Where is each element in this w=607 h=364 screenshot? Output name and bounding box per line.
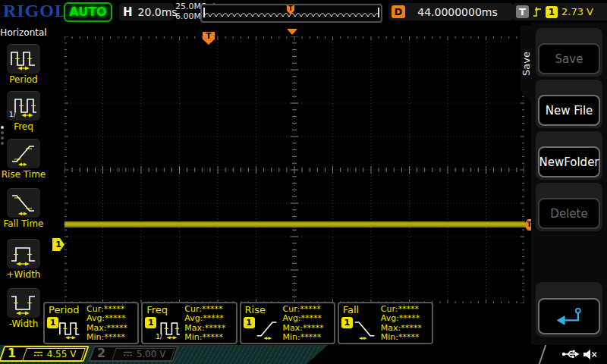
- left-menu-title: Horizontal: [0, 27, 47, 38]
- dc-coupling-icon: [123, 350, 133, 357]
- right-menu-panel: Save New File NewFolder Delete: [531, 23, 607, 345]
- minus-width-icon: [9, 291, 38, 315]
- menu-item-plus-width[interactable]: +Width: [7, 239, 40, 280]
- preview-window-left-bracket: [203, 8, 205, 17]
- trigger-center-marker[interactable]: [287, 29, 297, 35]
- trigger-readout: T 1 2.73 V: [513, 3, 607, 20]
- trigger-badge: T: [516, 5, 529, 18]
- new-file-button[interactable]: New File: [538, 95, 600, 126]
- channel-number: 2: [97, 346, 105, 360]
- trigger-level-value: 2.73 V: [561, 6, 593, 17]
- freq-icon: 1/: [156, 317, 181, 340]
- menu-item-minus-width[interactable]: -Width: [7, 288, 40, 329]
- freq-icon: 1/: [9, 94, 38, 118]
- delete-button[interactable]: Delete: [538, 198, 600, 229]
- delay-badge: D: [392, 5, 405, 18]
- graticule: [64, 36, 524, 303]
- delay-value: 44.0000000ms: [405, 6, 510, 18]
- channel-badge: 1: [145, 317, 156, 328]
- channel2-status[interactable]: 2 5.00 V: [91, 346, 176, 362]
- trigger-slope-icon: [533, 5, 542, 18]
- measurement-panel-rise: Rise 1 Cur:***** Avg:***** Max:***** Min…: [240, 302, 335, 344]
- measurement-panel-fall: Fall 1 Cur:***** Avg:***** Max:***** Min…: [338, 302, 433, 344]
- measurement-row: Min:*****: [381, 333, 422, 342]
- menu-item-period[interactable]: Period: [7, 44, 40, 85]
- measurement-row: Avg:*****: [184, 314, 225, 323]
- status-bar: 1 4.55 V 2 5.00 V: [0, 345, 607, 364]
- channel-badge: 1: [341, 317, 353, 328]
- oscilloscope-screen: RIGOL AUTO H 20.0ms 25.0MSa/s 6.00M pts …: [0, 0, 607, 364]
- save-slot: Save: [536, 28, 602, 77]
- channel1-status[interactable]: 1 4.55 V: [2, 346, 86, 362]
- svg-text:1/: 1/: [156, 333, 162, 340]
- channel-badge: 1: [244, 317, 255, 328]
- save-menu-tab: Save: [521, 26, 532, 102]
- rise-time-icon: [254, 317, 280, 340]
- svg-text:1/: 1/: [9, 111, 17, 118]
- period-icon: [9, 47, 38, 71]
- menu-item-rise-time[interactable]: Rise Time: [7, 139, 40, 180]
- measurement-row: Avg:*****: [381, 314, 422, 323]
- fall-time-icon: [352, 317, 378, 340]
- grid: [64, 36, 524, 303]
- trace-ch1: [64, 221, 525, 228]
- measurement-row: Min:*****: [184, 333, 225, 342]
- channel1-offset-marker[interactable]: 1: [52, 238, 64, 251]
- measurement-row: Min:*****: [86, 333, 127, 342]
- usb-icon: [561, 349, 580, 359]
- rise-time-icon: [9, 142, 38, 166]
- plus-width-icon: [9, 242, 38, 266]
- new-file-slot: New File: [536, 80, 602, 128]
- measurement-row: Min:*****: [283, 333, 324, 342]
- measurement-row: Avg:*****: [86, 314, 127, 323]
- menu-item-freq[interactable]: 1/ Freq: [7, 91, 40, 132]
- return-arrow-icon: [554, 306, 584, 327]
- left-measure-menu: Horizontal Period 1/ Freq: [0, 23, 47, 345]
- rigol-logo: RIGOL: [3, 1, 68, 21]
- measurement-panel-freq: Freq 1 1/ Cur:***** Avg:***** Max:***** …: [141, 302, 237, 344]
- new-folder-slot: NewFolder: [536, 131, 602, 180]
- menu-item-fall-time[interactable]: Fall Time: [7, 188, 40, 229]
- return-slot: [536, 282, 602, 337]
- period-icon: [58, 317, 83, 340]
- preview-window-right-bracket: [378, 8, 379, 17]
- run-status-badge: AUTO: [64, 2, 112, 22]
- horizontal-scale-value: 20.0ms: [138, 6, 178, 18]
- status-separator: [539, 345, 547, 364]
- channel-scale: 5.00 V: [137, 349, 166, 359]
- horizontal-scale-box: H 20.0ms: [119, 3, 174, 20]
- menu-page-dots: [1, 126, 4, 145]
- return-button[interactable]: [538, 298, 600, 334]
- dc-coupling-icon: [33, 350, 43, 357]
- fall-time-icon: [9, 191, 38, 215]
- measurement-row: Avg:*****: [283, 314, 324, 323]
- new-folder-button[interactable]: NewFolder: [538, 146, 600, 177]
- trigger-source-badge: 1: [546, 6, 558, 18]
- horizontal-label: H: [123, 5, 133, 19]
- channel-badge: 1: [47, 317, 58, 328]
- waveform-preview: T: [200, 4, 382, 23]
- measurement-bar: Period 1 Cur:***** Avg:***** Max:***** M…: [43, 302, 433, 344]
- measurement-panel-period: Period 1 Cur:***** Avg:***** Max:***** M…: [43, 302, 139, 344]
- delete-slot: Delete: [536, 183, 602, 231]
- delay-readout: D 44.0000000ms: [388, 3, 513, 20]
- save-button[interactable]: Save: [538, 43, 600, 74]
- sound-muted-icon: [583, 349, 598, 360]
- channel-number: 1: [8, 346, 16, 360]
- channel-scale: 4.55 V: [47, 349, 77, 359]
